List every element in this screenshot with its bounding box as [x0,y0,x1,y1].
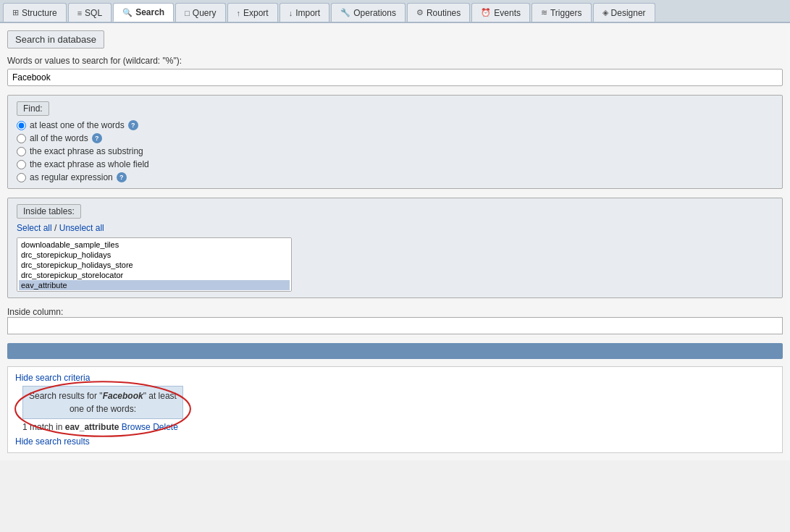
results-suffix2: one of the words: [70,404,136,414]
table-option-3[interactable]: drc_storepickup_storelocator [19,270,290,280]
main-content: Search in database Words or values to se… [0,23,790,460]
search-input[interactable] [7,69,783,86]
tab-designer-label: Designer [611,8,646,18]
find-option-1[interactable]: at least one of the words ? [17,120,773,130]
tab-triggers-label: Triggers [550,8,582,18]
inside-column-label: Inside column: [7,307,63,317]
tab-import-label: Import [295,8,320,18]
radio-exact-substring[interactable] [17,147,26,156]
match-text: match in [30,422,65,432]
find-option-3-label: the exact phrase as substring [30,146,143,156]
export-icon: ↑ [237,9,241,17]
table-option-0[interactable]: downloadable_sample_tiles [19,240,290,250]
link-separator: / [54,223,59,233]
help-icon-5[interactable]: ? [117,172,127,182]
select-links: Select all / Unselect all [17,223,773,233]
find-option-1-label: at least one of the words [30,120,125,130]
structure-icon: ⊞ [12,8,19,17]
designer-icon: ◈ [602,8,608,17]
sql-icon: ≡ [77,9,82,17]
find-option-4[interactable]: the exact phrase as whole field [17,159,773,169]
tab-triggers[interactable]: ≋ Triggers [531,3,592,22]
search-tab-icon: 🔍 [122,8,133,17]
triggers-icon: ≋ [541,8,547,17]
tab-query-label: Query [193,8,217,18]
tab-export-label: Export [243,8,269,18]
tab-structure[interactable]: ⊞ Structure [3,3,67,22]
tables-legend: Inside tables: [17,204,81,219]
tab-query[interactable]: □ Query [175,3,225,22]
tables-fieldset: Inside tables: Select all / Unselect all… [7,198,783,298]
find-legend: Find: [17,101,49,116]
tab-routines[interactable]: ⚙ Routines [407,3,470,22]
find-option-2[interactable]: all of the words ? [17,133,773,143]
table-option-4[interactable]: eav_attribute [19,280,290,290]
routines-icon: ⚙ [416,8,424,17]
find-options: at least one of the words ? all of the w… [17,120,773,182]
hide-criteria-link[interactable]: Hide search criteria [15,373,775,383]
browse-link[interactable]: Browse [122,422,151,432]
radio-all-words[interactable] [17,134,26,143]
nav-tabs: ⊞ Structure ≡ SQL 🔍 Search □ Query ↑ Exp… [0,0,790,23]
tab-search[interactable]: 🔍 Search [113,3,174,22]
results-highlight: Search results for "Facebook" at least o… [15,386,190,432]
select-all-link[interactable]: Select all [17,223,52,233]
table-option-1[interactable]: drc_storepickup_holidays [19,250,290,260]
tab-events[interactable]: ⏰ Events [471,3,530,22]
radio-at-least-one[interactable] [17,121,26,130]
operations-icon: 🔧 [340,8,350,17]
events-icon: ⏰ [481,8,491,17]
find-option-5-label: as regular expression [30,172,113,182]
blue-divider [7,343,783,359]
match-count: 1 [22,422,28,432]
tab-sql-label: SQL [85,8,102,18]
query-icon: □ [185,9,190,17]
tab-routines-label: Routines [426,8,461,18]
find-option-5[interactable]: as regular expression ? [17,172,773,182]
tab-import[interactable]: ↓ Import [280,3,330,22]
table-option-2[interactable]: drc_storepickup_holidays_store [19,260,290,270]
import-icon: ↓ [289,9,293,17]
tab-search-label: Search [135,7,164,17]
radio-regex[interactable] [17,173,26,182]
search-results-box: Search results for "Facebook" at least o… [22,386,183,419]
search-label: Words or values to search for (wildcard:… [7,56,783,66]
inside-column-group: Inside column: [7,307,783,334]
page-heading: Search in database [7,30,104,48]
search-form-group: Words or values to search for (wildcard:… [7,56,783,86]
tab-operations-label: Operations [353,8,396,18]
find-option-2-label: all of the words [30,133,88,143]
tab-operations[interactable]: 🔧 Operations [331,3,405,22]
match-line: 1 match in eav_attribute Browse Delete [22,422,183,432]
results-suffix1: " at least [143,391,177,401]
results-term: Facebook [103,391,143,401]
find-fieldset: Find: at least one of the words ? all of… [7,95,783,189]
match-table-name: eav_attribute [65,422,119,432]
unselect-all-link[interactable]: Unselect all [59,223,104,233]
results-section: Hide search criteria Search results for … [7,366,783,453]
tab-export[interactable]: ↑ Export [227,3,278,22]
radio-exact-whole[interactable] [17,160,26,169]
help-icon-2[interactable]: ? [92,133,102,143]
tab-structure-label: Structure [22,8,57,18]
results-prefix: Search results for " [29,391,103,401]
hide-results-link[interactable]: Hide search results [15,436,775,447]
tab-sql[interactable]: ≡ SQL [68,3,112,22]
tab-designer[interactable]: ◈ Designer [593,3,655,22]
tables-listbox[interactable]: downloadable_sample_tiles drc_storepicku… [17,237,292,292]
delete-link[interactable]: Delete [153,422,178,432]
tab-events-label: Events [494,8,521,18]
find-option-4-label: the exact phrase as whole field [30,159,149,169]
find-option-3[interactable]: the exact phrase as substring [17,146,773,156]
help-icon-1[interactable]: ? [128,120,138,130]
inside-column-input[interactable] [7,317,783,334]
